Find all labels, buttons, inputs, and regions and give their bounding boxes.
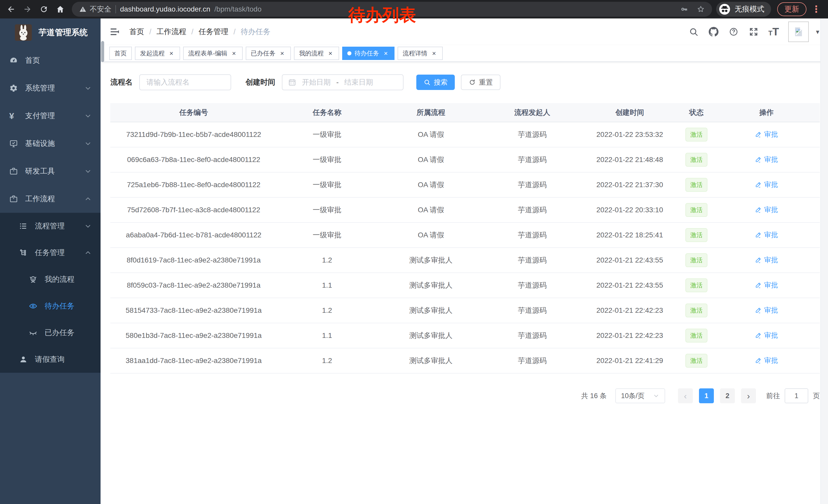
audit-link[interactable]: 审批 xyxy=(755,306,778,315)
breadcrumb-task-management[interactable]: 任务管理 xyxy=(199,27,228,37)
forward-icon[interactable] xyxy=(20,2,35,17)
cell-create-time: 2022-01-21 22:42:23 xyxy=(580,298,680,323)
audit-link[interactable]: 审批 xyxy=(755,356,778,365)
url-path: /bpm/task/todo xyxy=(214,5,262,13)
logo-image xyxy=(15,25,32,41)
cell-process: OA 请假 xyxy=(377,172,485,197)
tab[interactable]: 我的流程 × xyxy=(294,47,339,60)
status-badge: 激活 xyxy=(686,253,707,267)
user-icon xyxy=(19,355,28,364)
audit-link[interactable]: 审批 xyxy=(755,130,778,139)
sidebar-item-home[interactable]: 首页 xyxy=(0,47,100,74)
app-title: 芋道管理系统 xyxy=(38,27,88,38)
collapse-sidebar-icon[interactable] xyxy=(109,27,120,37)
chevron-up-icon xyxy=(84,195,92,203)
sidebar-item-task-management[interactable]: 任务管理 xyxy=(0,239,100,266)
start-date-placeholder[interactable]: 开始日期 xyxy=(302,78,331,87)
breadcrumb-home[interactable]: 首页 xyxy=(129,27,144,37)
back-icon[interactable] xyxy=(4,2,18,17)
goto-unit: 页 xyxy=(813,391,820,401)
table-row: 8f0d1619-7ac8-11ec-a9e2-a2380e71991a 1.2… xyxy=(110,248,820,273)
tab[interactable]: 发起流程 × xyxy=(135,47,180,60)
key-icon[interactable] xyxy=(680,5,688,13)
audit-link[interactable]: 审批 xyxy=(755,205,778,214)
column-header: 状态 xyxy=(680,103,713,122)
next-page-button[interactable]: › xyxy=(741,388,756,403)
chevron-down-icon xyxy=(84,222,92,230)
tab[interactable]: 流程详情 × xyxy=(398,47,443,60)
sidebar-item-done-tasks[interactable]: 已办任务 xyxy=(0,319,100,346)
search-icon[interactable] xyxy=(688,27,699,37)
status-badge: 激活 xyxy=(686,329,707,342)
close-icon[interactable]: × xyxy=(327,50,334,57)
tab[interactable]: 流程表单-编辑 × xyxy=(183,47,243,60)
cell-initiator: 芋道源码 xyxy=(485,323,580,348)
avatar[interactable] xyxy=(788,21,809,42)
audit-link[interactable]: 审批 xyxy=(755,180,778,189)
home-icon[interactable] xyxy=(53,2,68,17)
prev-page-button[interactable]: ‹ xyxy=(678,388,693,403)
sidebar-item-my-process[interactable]: 我的流程 xyxy=(0,266,100,293)
date-range-picker[interactable]: 开始日期 - 结束日期 xyxy=(282,74,404,90)
breadcrumb-current: 待办任务 xyxy=(241,27,271,37)
help-icon[interactable] xyxy=(728,27,739,37)
reload-icon[interactable] xyxy=(36,2,51,17)
cell-task-name: 一级审批 xyxy=(277,197,377,223)
table-row: 73211d9d-7b9b-11ec-b5b7-acde48001122 一级审… xyxy=(110,122,820,147)
page-button-1[interactable]: 1 xyxy=(699,388,714,403)
briefcase-icon xyxy=(9,167,18,176)
cell-task-name: 一级审批 xyxy=(277,147,377,172)
audit-link[interactable]: 审批 xyxy=(755,280,778,290)
end-date-placeholder[interactable]: 结束日期 xyxy=(344,78,373,87)
cell-task-name: 1.2 xyxy=(277,298,377,323)
audit-link[interactable]: 审批 xyxy=(755,255,778,265)
goto-page-input[interactable] xyxy=(785,388,808,403)
monitor-check-icon xyxy=(9,139,18,148)
close-icon[interactable]: × xyxy=(382,50,389,57)
star-icon[interactable] xyxy=(697,5,705,13)
sidebar-item-process-management[interactable]: 流程管理 xyxy=(0,213,100,239)
table-row: 580e1b3d-7ac8-11ec-a9e2-a2380e71991a 1.1… xyxy=(110,323,820,348)
close-icon[interactable]: × xyxy=(168,50,175,57)
cell-task-name: 1.1 xyxy=(277,323,377,348)
sidebar-item-payment[interactable]: ¥ 支付管理 xyxy=(0,102,100,130)
audit-link[interactable]: 审批 xyxy=(755,331,778,340)
edit-pencil-icon xyxy=(755,181,762,188)
tab[interactable]: 待办任务 × xyxy=(342,47,395,60)
sidebar-item-leave-query[interactable]: 请假查询 xyxy=(0,346,100,373)
sidebar-item-workflow[interactable]: 工作流程 xyxy=(0,185,100,213)
tab[interactable]: 已办任务 × xyxy=(246,47,291,60)
caret-down-icon[interactable]: ▾ xyxy=(816,28,819,36)
page-scrollbar[interactable] xyxy=(820,18,828,504)
audit-link[interactable]: 审批 xyxy=(755,155,778,164)
sidebar-item-devtools[interactable]: 研发工具 xyxy=(0,157,100,185)
chevron-down-icon xyxy=(84,112,92,120)
reset-button[interactable]: 重置 xyxy=(461,75,500,90)
sidebar-item-system[interactable]: 系统管理 xyxy=(0,74,100,102)
page-button-2[interactable]: 2 xyxy=(720,388,735,403)
chevron-up-icon xyxy=(84,249,92,257)
close-icon[interactable]: × xyxy=(230,50,238,57)
sidebar-scrollbar-thumb[interactable] xyxy=(101,41,104,62)
process-name-input[interactable] xyxy=(139,74,231,90)
edit-pencil-icon xyxy=(755,231,762,238)
tab[interactable]: 首页 xyxy=(109,47,132,60)
update-button[interactable]: 更新 xyxy=(777,2,806,16)
page-size-select[interactable]: 10条/页 xyxy=(615,388,665,403)
breadcrumb-workflow[interactable]: 工作流程 xyxy=(157,27,186,37)
close-icon[interactable]: × xyxy=(430,50,438,57)
column-header: 任务名称 xyxy=(277,103,377,122)
audit-link[interactable]: 审批 xyxy=(755,230,778,239)
close-icon[interactable]: × xyxy=(279,50,286,57)
sidebar-item-infrastructure[interactable]: 基础设施 xyxy=(0,130,100,157)
security-chip[interactable]: 不安全 xyxy=(79,4,111,14)
cell-process: 测试多审批人 xyxy=(377,298,485,323)
cell-process: OA 请假 xyxy=(377,223,485,248)
fullscreen-icon[interactable] xyxy=(748,27,759,37)
github-icon[interactable] xyxy=(708,27,719,37)
browser-menu-icon[interactable]: ⋮ xyxy=(808,4,824,15)
search-button[interactable]: 搜索 xyxy=(416,75,455,90)
sidebar-item-todo-tasks[interactable]: 待办任务 xyxy=(0,293,100,319)
font-size-icon[interactable]: TT xyxy=(768,27,779,36)
workflow-submenu: 流程管理 任务管理 我的流程 待办任务 已办 xyxy=(0,213,100,373)
